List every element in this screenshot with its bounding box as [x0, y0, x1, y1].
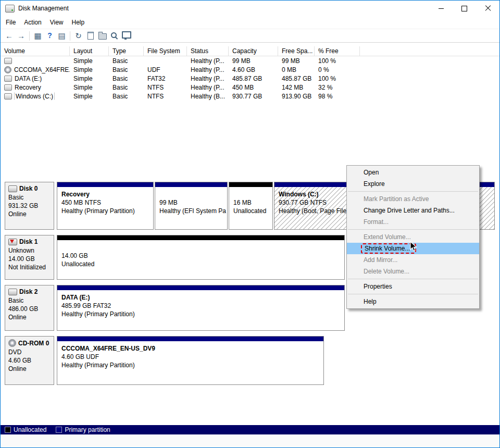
disk-row-cd-rom-0: CD-ROM 0DVD4.60 GBOnlineCCCOMA_X64FRE_EN…	[5, 336, 499, 385]
volume-row-cccoma-x64fre[interactable]: CCCOMA_X64FRE...SimpleBasicUDFHealthy (P…	[1, 65, 499, 74]
volume-table-body: SimpleBasicHealthy (P...99 MB99 MB100 %C…	[1, 56, 499, 101]
volume-name-cell: Windows (C:)	[1, 93, 70, 100]
toolbar: ← → ▦ ? ▤ ↻	[1, 29, 499, 43]
disk-header-cd-rom-0[interactable]: CD-ROM 0DVD4.60 GBOnline	[5, 336, 54, 385]
minimize-button[interactable]	[429, 1, 453, 16]
partition-healthy-efi-system-part[interactable]: 99 MBHealthy (EFI System Part	[155, 182, 228, 230]
rescan-disks-icon	[88, 32, 94, 40]
cell-type: Basic	[109, 57, 144, 65]
cell-status: Healthy (P...	[187, 84, 229, 91]
cell-file-system: NTFS	[144, 84, 187, 91]
window-title: Disk Management	[18, 5, 69, 12]
column-header-status[interactable]: Status	[187, 46, 229, 56]
cell-capacity: 450 MB	[229, 84, 278, 91]
console-window-button[interactable]: ▦	[32, 30, 44, 42]
menu-separator	[348, 191, 478, 192]
partition-data-e[interactable]: DATA (E:)485.99 GB FAT32Healthy (Primary…	[57, 285, 345, 331]
disk-header-disk-1[interactable]: Disk 1Unknown14.00 GBNot Initialized	[5, 235, 54, 280]
menu-view[interactable]: View	[46, 17, 68, 28]
column-header-file-system[interactable]: File System	[144, 46, 187, 56]
context-menu-item-help[interactable]: Help	[347, 296, 479, 307]
disk-icon	[8, 289, 17, 295]
legend-item-unallocated: Unallocated	[5, 426, 46, 433]
disk-info-line: Not Initialized	[8, 264, 52, 271]
context-menu-item-explore[interactable]: Explore	[347, 178, 479, 190]
refresh-button[interactable]: ↻	[72, 30, 84, 42]
volume-row-data-e[interactable]: DATA (E:)SimpleBasicFAT32Healthy (P...48…	[1, 74, 499, 83]
partition-unallocated[interactable]: 14.00 GBUnallocated	[57, 235, 345, 280]
volume-row-unnamed[interactable]: SimpleBasicHealthy (P...99 MB99 MB100 %	[1, 56, 499, 65]
column-header-volume[interactable]: Volume	[1, 46, 70, 56]
context-menu-item-change-drive-letter-and-paths[interactable]: Change Drive Letter and Paths...	[347, 205, 479, 216]
partition-strip: CCCOMA_X64FRE_EN-US_DV94.60 GB UDFHealth…	[57, 336, 324, 385]
context-menu-item-format: Format...	[347, 216, 479, 228]
partition-cccoma-x64fre-en-us-dv9[interactable]: CCCOMA_X64FRE_EN-US_DV94.60 GB UDFHealth…	[57, 336, 324, 385]
cd-icon	[8, 339, 16, 347]
menu-help[interactable]: Help	[68, 17, 89, 28]
search-button[interactable]	[108, 30, 120, 42]
cell-status: Healthy (B...	[187, 93, 229, 100]
disk-icon	[8, 185, 17, 192]
cell-percent-free: 0 %	[315, 66, 360, 73]
context-menu-item-properties[interactable]: Properties	[347, 281, 479, 292]
disk-name: Disk 2	[8, 288, 52, 295]
partition-color-band	[57, 182, 153, 187]
volume-row-recovery[interactable]: RecoverySimpleBasicNTFSHealthy (P...450 …	[1, 83, 499, 92]
forward-icon: →	[17, 32, 25, 40]
maximize-button[interactable]	[453, 1, 476, 16]
partition-body: 14.00 GBUnallocated	[57, 240, 344, 279]
partition-unallocated[interactable]: 16 MBUnallocated	[229, 182, 273, 230]
volume-name-cell: DATA (E:)	[1, 75, 70, 82]
refresh-icon: ↻	[75, 32, 82, 40]
console-tree-button[interactable]: ▤	[56, 30, 68, 42]
cell-capacity: 485.87 GB	[229, 75, 278, 82]
menu-action[interactable]: Action	[20, 17, 45, 28]
forward-button[interactable]: →	[15, 30, 27, 42]
cell-layout: Simple	[70, 66, 109, 73]
context-menu: OpenExploreMark Partition as ActiveChang…	[346, 165, 480, 309]
cell-percent-free: 98 %	[315, 93, 360, 100]
disk-info-line: Basic	[8, 297, 52, 304]
console-tree-icon: ▤	[58, 32, 65, 40]
cell-file-system: NTFS	[144, 93, 187, 100]
disk-header-disk-2[interactable]: Disk 2Basic486.00 GBOnline	[5, 285, 54, 331]
disk-management-window: Disk Management FileActionViewHelp ← → ▦…	[0, 0, 500, 448]
open-folder-button[interactable]	[96, 30, 108, 42]
column-header-type[interactable]: Type	[109, 46, 144, 56]
menu-file[interactable]: File	[2, 17, 20, 28]
column-header-free[interactable]: % Free	[315, 46, 360, 56]
rescan-disks-button[interactable]	[84, 30, 96, 42]
help-button[interactable]: ?	[44, 30, 56, 42]
cell-file-system: FAT32	[144, 75, 187, 82]
annotation-box: Shrink Volume...	[361, 243, 416, 254]
title-bar: Disk Management	[1, 1, 499, 16]
cell-free-space: 485.87 GB	[278, 75, 315, 82]
column-header-layout[interactable]: Layout	[70, 46, 109, 56]
disk-info-line: 14.00 GB	[8, 255, 52, 263]
partition-body: DATA (E:)485.99 GB FAT32Healthy (Primary…	[57, 290, 344, 330]
context-menu-item-add-mirror: Add Mirror...	[347, 254, 479, 266]
column-header-capacity[interactable]: Capacity	[229, 46, 278, 56]
close-button[interactable]	[476, 1, 499, 16]
column-header-free-spa[interactable]: Free Spa...	[278, 46, 315, 56]
partition-recovery[interactable]: Recovery450 MB NTFSHealthy (Primary Part…	[57, 182, 154, 230]
properties-button[interactable]	[120, 30, 132, 42]
partition-size: 450 MB NTFS	[61, 199, 152, 207]
cell-free-space: 99 MB	[278, 57, 315, 65]
disk-info-line: Online	[8, 365, 52, 372]
legend-item-primary-partition: Primary partition	[56, 426, 110, 433]
disk-info-line: 4.60 GB	[8, 357, 52, 364]
partition-body: CCCOMA_X64FRE_EN-US_DV94.60 GB UDFHealth…	[57, 341, 323, 384]
partition-color-band	[57, 285, 344, 290]
partition-size: 16 MB	[233, 199, 271, 207]
menu-separator	[348, 294, 478, 294]
disk-header-disk-0[interactable]: Disk 0Basic931.32 GBOnline	[5, 182, 54, 230]
context-menu-item-open[interactable]: Open	[347, 167, 479, 178]
cell-capacity: 930.77 GB	[229, 93, 278, 100]
disk-alert-icon	[8, 239, 17, 245]
disk-info-line: Online	[8, 314, 52, 321]
back-button[interactable]: ←	[3, 30, 15, 42]
partition-size: 99 MB	[159, 199, 226, 207]
cell-capacity: 99 MB	[229, 57, 278, 65]
volume-row-windows-c[interactable]: Windows (C:)SimpleBasicNTFSHealthy (B...…	[1, 92, 499, 101]
